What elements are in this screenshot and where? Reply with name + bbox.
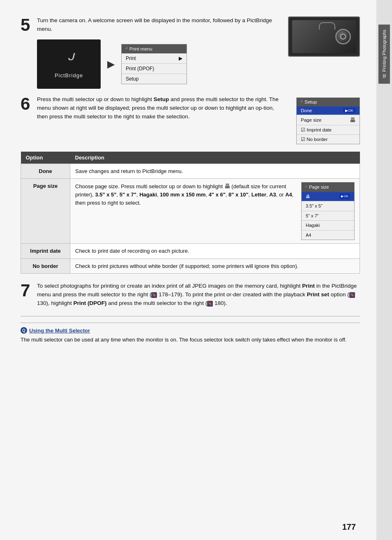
step-7-number: 7 — [21, 282, 33, 299]
setup-item-noborder: ☑ No border — [297, 135, 360, 144]
print-menu-header: ᒢ Print menu — [122, 44, 187, 53]
page-size-menu-header: ᒢ Page size — [302, 182, 354, 192]
table-row-done: Done Save changes and return to PictBrid… — [21, 164, 360, 179]
options-table: Option Description Done Save changes and… — [21, 152, 360, 274]
print-menu-item-dpof: Print (DPOF) — [122, 64, 187, 74]
setup-camera-icon: ᒢ — [300, 99, 302, 105]
table-row-imprint: Imprint date Check to print date of reco… — [21, 244, 360, 259]
pictbridge-illustration: ᒢ PictBridge — [37, 39, 101, 89]
menu-arrow-icon: ▶ — [107, 58, 115, 70]
setup-menu-display: ᒢ Setup Done▶OK Page size 🖶 ☑ Imprint da… — [296, 97, 360, 144]
step-6-text: Press the multi selector up or down to h… — [37, 95, 286, 121]
option-pagesize: Page size — [21, 179, 70, 244]
note-box: Q Using the Multi Selector The multi sel… — [21, 323, 360, 344]
step-6-number: 6 — [21, 95, 33, 113]
desc-pagesize: Choose page size. Press multi selector u… — [70, 179, 360, 244]
print-menu-item-print: Print▶ — [122, 53, 187, 64]
option-imprint: Imprint date — [21, 244, 70, 259]
page-size-item-35x5: 3.5" x 5" — [302, 201, 354, 211]
sidebar-tab-printing: 🖨 Printing Photographs — [378, 25, 390, 84]
page-size-item-5x7: 5" x 7" — [302, 211, 354, 221]
option-noborder: No border — [21, 258, 70, 274]
table-row-noborder: No border Check to print pictures withou… — [21, 258, 360, 274]
option-done: Done — [21, 164, 70, 179]
table-header-description: Description — [70, 152, 360, 164]
print-menu-display: ᒢ Print menu Print▶ Print (DPOF) Setup — [121, 44, 187, 84]
table-row-pagesize: Page size Choose page size. Press multi … — [21, 179, 360, 244]
setup-item-imprint: ☑ Imprint date — [297, 125, 360, 135]
note-text: The multi selector can be used at any ti… — [21, 336, 360, 344]
desc-imprint: Check to print date of recording on each… — [70, 244, 360, 259]
pictbridge-label: PictBridge — [55, 72, 83, 78]
setup-menu-header: ᒢ Setup — [297, 98, 360, 106]
divider — [21, 316, 360, 316]
page-number: 177 — [342, 522, 356, 532]
setup-item-pagesize: Page size 🖶 — [297, 115, 360, 125]
setup-bold: Setup — [154, 96, 169, 102]
print-menu-title: Print menu — [129, 46, 152, 51]
page-size-item-default: 🖶 ▶OK — [302, 192, 354, 202]
page-size-item-a4: A4 — [302, 231, 354, 240]
desc-done: Save changes and return to PictBridge me… — [70, 164, 360, 179]
note-icon: Q — [21, 327, 27, 334]
sidebar-label: Printing Photographs — [382, 30, 387, 72]
printer-icon: 🖨 — [382, 74, 387, 79]
setup-item-done: Done▶OK — [297, 106, 360, 115]
page-size-camera-icon: ᒢ — [305, 184, 307, 191]
sidebar: 🖨 Printing Photographs — [376, 0, 392, 540]
print-menu-item-setup: Setup — [122, 74, 187, 84]
page-size-title: Page size — [309, 184, 329, 191]
page-size-submenu: ᒢ Page size 🖶 ▶OK 3.5" x 5" 5" x 7" Haga… — [301, 182, 355, 240]
step-5-number: 5 — [21, 16, 33, 34]
step-5-text: Turn the camera on. A welcome screen wil… — [37, 16, 280, 34]
camera-icon: ᒢ — [125, 46, 127, 52]
camera-image — [288, 16, 360, 57]
note-title: Q Using the Multi Selector — [21, 327, 360, 334]
note-title-text: Using the Multi Selector — [29, 328, 90, 334]
setup-title: Setup — [304, 99, 317, 104]
pictbridge-logo-icon: ᒢ — [65, 50, 73, 70]
step-7-text: To select photographs for printing or cr… — [37, 282, 360, 308]
desc-noborder: Check to print pictures without white bo… — [70, 258, 360, 274]
page-size-item-hagaki: Hagaki — [302, 221, 354, 231]
table-header-option: Option — [21, 152, 70, 164]
